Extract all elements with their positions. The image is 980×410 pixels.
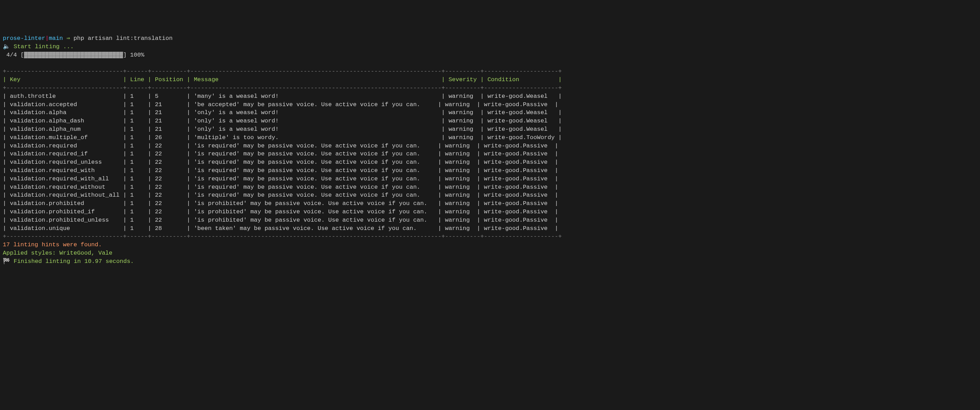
terminal-output: prose-linter|main ⇒ php artisan lint:tra…: [3, 34, 977, 265]
table-bottom-border: +---------------------------------+-----…: [3, 233, 562, 240]
progress-open: [: [21, 52, 24, 58]
start-text: Start linting ...: [10, 43, 74, 50]
prompt-pipe: |: [45, 35, 49, 41]
command-text: php artisan lint:translation: [73, 35, 173, 41]
table-row: | validation.unique | 1 | 28 | 'been tak…: [3, 225, 558, 232]
progress-line: 4/4 [▓▓▓▓▓▓▓▓▓▓▓▓▓▓▓▓▓▓▓▓▓▓▓▓▓▓▓▓] 100%: [3, 52, 144, 58]
table-top-border: +---------------------------------+-----…: [3, 68, 562, 75]
table-row: | validation.required_with_all | 1 | 22 …: [3, 175, 558, 182]
table-body: | auth.throttle | 1 | 5 | 'many' is a we…: [3, 92, 977, 233]
table-row: | validation.required_unless | 1 | 22 | …: [3, 159, 558, 166]
prompt-dir: prose-linter: [3, 35, 45, 41]
finished-line: 🏁 Finished linting in 10.97 seconds.: [3, 258, 134, 265]
table-row: | validation.multiple_of | 1 | 26 | 'mul…: [3, 134, 562, 141]
table-row: | validation.required_without | 1 | 22 |…: [3, 184, 558, 190]
table-row: | validation.required | 1 | 22 | 'is req…: [3, 142, 558, 149]
prompt-arrow: ⇒: [63, 35, 73, 41]
progress-percent: 100%: [127, 52, 144, 58]
table-row: | validation.required_without_all | 1 | …: [3, 192, 558, 198]
table-row: | validation.prohibited_unless | 1 | 22 …: [3, 217, 558, 223]
table-row: | auth.throttle | 1 | 5 | 'many' is a we…: [3, 93, 562, 100]
table-row: | validation.required_with | 1 | 22 | 'i…: [3, 167, 558, 174]
table-row: | validation.prohibited | 1 | 22 | 'is p…: [3, 200, 558, 207]
finished-text: Finished linting in 10.97 seconds.: [10, 258, 134, 265]
table-row: | validation.required_if | 1 | 22 | 'is …: [3, 150, 558, 157]
table-header-row: | Key | Line | Position | Message | Seve…: [3, 76, 562, 83]
start-line: 🔈 Start linting ...: [3, 43, 74, 50]
table-row: | validation.accepted | 1 | 21 | 'be acc…: [3, 101, 558, 108]
table-mid-border: +---------------------------------+-----…: [3, 85, 562, 91]
table-row: | validation.prohibited_if | 1 | 22 | 'i…: [3, 209, 558, 215]
prompt-line: prose-linter|main ⇒ php artisan lint:tra…: [3, 35, 173, 41]
progress-bar-fill: ▓▓▓▓▓▓▓▓▓▓▓▓▓▓▓▓▓▓▓▓▓▓▓▓▓▓▓▓: [24, 52, 123, 58]
hints-found: 17 linting hints were found.: [3, 241, 102, 248]
applied-styles: Applied styles: WriteGood, Vale: [3, 250, 112, 256]
speaker-icon: 🔈: [3, 43, 10, 50]
prompt-branch: main: [49, 35, 63, 41]
table-row: | validation.alpha_num | 1 | 21 | 'only'…: [3, 126, 562, 132]
table-row: | validation.alpha | 1 | 21 | 'only' is …: [3, 109, 562, 116]
progress-count: 4/4: [3, 52, 21, 58]
checkered-flag-icon: 🏁: [3, 258, 10, 265]
progress-close: ]: [123, 52, 127, 58]
table-row: | validation.alpha_dash | 1 | 21 | 'only…: [3, 118, 562, 124]
